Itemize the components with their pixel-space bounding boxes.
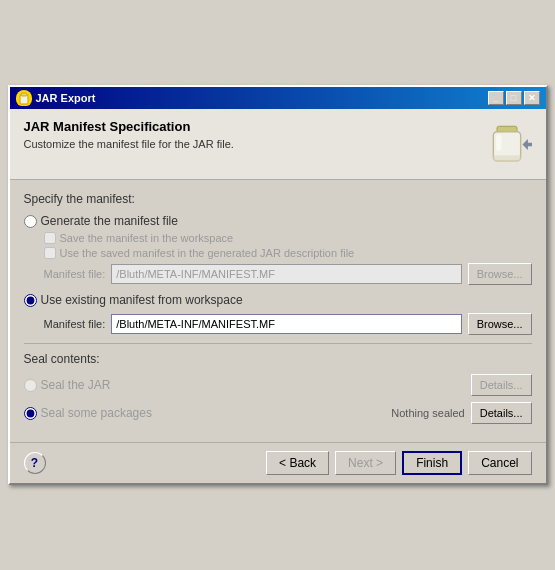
seal-section-label: Seal contents: bbox=[24, 352, 532, 366]
minimize-button[interactable]: _ bbox=[488, 91, 504, 105]
header-title: JAR Manifest Specification bbox=[24, 119, 472, 134]
manifest-file-input-disabled bbox=[111, 264, 461, 284]
manifest-file-row-disabled: Manifest file: Browse... bbox=[44, 263, 532, 285]
seal-jar-left: Seal the JAR bbox=[24, 378, 111, 392]
radio-existing-label[interactable]: Use existing manifest from workspace bbox=[41, 293, 243, 307]
svg-rect-5 bbox=[493, 155, 520, 160]
details-packages-button[interactable]: Details... bbox=[471, 402, 532, 424]
footer: ? < Back Next > Finish Cancel bbox=[10, 442, 546, 483]
radio-generate[interactable] bbox=[24, 215, 37, 228]
svg-rect-1 bbox=[21, 93, 27, 96]
title-bar: JAR Export _ □ ✕ bbox=[10, 87, 546, 109]
seal-jar-right: Details... bbox=[471, 374, 532, 396]
checkbox-use-saved-label: Use the saved manifest in the generated … bbox=[60, 247, 355, 259]
content-area: Specify the manifest: Generate the manif… bbox=[10, 180, 546, 442]
svg-rect-4 bbox=[496, 134, 501, 150]
manifest-file-label-active: Manifest file: bbox=[44, 318, 106, 330]
seal-packages-right: Nothing sealed Details... bbox=[391, 402, 531, 424]
radio-seal-jar-label: Seal the JAR bbox=[41, 378, 111, 392]
section-divider bbox=[24, 343, 532, 344]
seal-jar-row: Seal the JAR Details... bbox=[24, 374, 532, 396]
help-button[interactable]: ? bbox=[24, 452, 46, 474]
radio-seal-jar bbox=[24, 379, 37, 392]
title-bar-left: JAR Export bbox=[16, 90, 96, 106]
details-jar-button: Details... bbox=[471, 374, 532, 396]
manifest-file-label-disabled: Manifest file: bbox=[44, 268, 106, 280]
back-button[interactable]: < Back bbox=[266, 451, 329, 475]
header-text: JAR Manifest Specification Customize the… bbox=[24, 119, 472, 150]
checkbox-use-saved-item: Use the saved manifest in the generated … bbox=[44, 247, 532, 259]
next-button[interactable]: Next > bbox=[335, 451, 396, 475]
seal-section: Seal contents: Seal the JAR Details... S… bbox=[24, 352, 532, 424]
radio-existing-item[interactable]: Use existing manifest from workspace bbox=[24, 293, 532, 307]
footer-left: ? bbox=[24, 452, 46, 474]
radio-seal-packages[interactable] bbox=[24, 407, 37, 420]
header-section: JAR Manifest Specification Customize the… bbox=[10, 109, 546, 180]
cancel-button[interactable]: Cancel bbox=[468, 451, 531, 475]
manifest-section-label: Specify the manifest: bbox=[24, 192, 532, 206]
seal-packages-left: Seal some packages bbox=[24, 406, 152, 420]
radio-existing[interactable] bbox=[24, 294, 37, 307]
radio-generate-label[interactable]: Generate the manifest file bbox=[41, 214, 178, 228]
manifest-file-row-active: Manifest file: Browse... bbox=[44, 313, 532, 335]
radio-generate-item[interactable]: Generate the manifest file bbox=[24, 214, 532, 228]
header-subtitle: Customize the manifest file for the JAR … bbox=[24, 138, 472, 150]
browse-button-disabled: Browse... bbox=[468, 263, 532, 285]
title-text: JAR Export bbox=[36, 92, 96, 104]
main-window: JAR Export _ □ ✕ JAR Manifest Specificat… bbox=[8, 85, 548, 485]
finish-button[interactable]: Finish bbox=[402, 451, 462, 475]
checkbox-save-item: Save the manifest in the workspace bbox=[44, 232, 532, 244]
browse-button-active[interactable]: Browse... bbox=[468, 313, 532, 335]
seal-packages-row: Seal some packages Nothing sealed Detail… bbox=[24, 402, 532, 424]
checkbox-use-saved bbox=[44, 247, 56, 259]
title-bar-buttons: _ □ ✕ bbox=[488, 91, 540, 105]
footer-right: < Back Next > Finish Cancel bbox=[266, 451, 531, 475]
maximize-button[interactable]: □ bbox=[506, 91, 522, 105]
nothing-sealed-text: Nothing sealed bbox=[391, 407, 464, 419]
checkbox-save bbox=[44, 232, 56, 244]
manifest-file-input-active[interactable] bbox=[111, 314, 461, 334]
close-button[interactable]: ✕ bbox=[524, 91, 540, 105]
jar-title-icon bbox=[16, 90, 32, 106]
svg-marker-6 bbox=[522, 139, 532, 150]
radio-seal-packages-label[interactable]: Seal some packages bbox=[41, 406, 152, 420]
checkbox-save-label: Save the manifest in the workspace bbox=[60, 232, 234, 244]
jar-icon bbox=[482, 119, 532, 169]
